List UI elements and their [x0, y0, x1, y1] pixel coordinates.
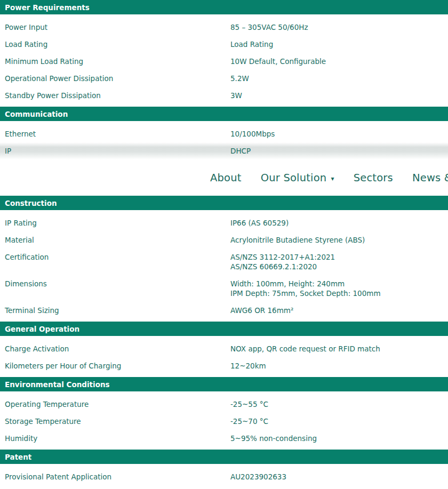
spec-value: 3W	[230, 91, 448, 100]
spec-page: Power Requirements Power Input 85 – 305V…	[0, 0, 448, 485]
spec-value-line: AS/NZS 60669.2.1:2020	[230, 262, 445, 271]
spec-section-general-operation: General Operation Charge Activation NOX …	[0, 322, 448, 374]
spec-value: 10/100Mbps	[230, 129, 448, 139]
table-row: IP Rating IP66 (AS 60529)	[0, 214, 448, 231]
spec-label: Storage Temperature	[0, 416, 230, 426]
table-row: Ethernet 10/100Mbps	[0, 125, 448, 142]
section-header: Construction	[0, 196, 448, 210]
spec-value-line: 12~20km	[230, 361, 445, 371]
spec-label: Charge Activation	[0, 344, 230, 354]
table-row: Operating Temperature -25~55 °C	[0, 396, 448, 413]
section-header: Communication	[0, 107, 448, 121]
spec-label: Power Input	[0, 22, 230, 32]
nav-menu: About Our Solution ▾ Sectors News & P	[210, 172, 448, 184]
spec-value: AWG6 OR 16mm²	[230, 306, 448, 315]
spec-label: Standby Power Dissipation	[0, 91, 230, 100]
section-title: Construction	[5, 199, 57, 207]
spec-label: Minimum Load Rating	[0, 57, 230, 66]
spec-value: -25~55 °C	[230, 399, 448, 409]
table-row: Load Rating Load Rating	[0, 36, 448, 53]
spec-value: 5.2W	[230, 74, 448, 83]
spec-value-line: 5~95% non-condensing	[230, 434, 445, 443]
section-rows: Provisional Patent Application AU2023902…	[0, 464, 448, 485]
spec-label: Certification	[0, 252, 230, 262]
section-header: Power Requirements	[0, 0, 448, 14]
spec-label: Terminal Sizing	[0, 306, 230, 315]
spec-value-line: DHCP	[230, 146, 445, 156]
spec-label: Operational Power Dissipation	[0, 74, 230, 83]
section-header: Patent	[0, 450, 448, 464]
spec-value-line: 3W	[230, 91, 445, 100]
spec-value: 12~20km	[230, 361, 448, 371]
section-rows: Charge Activation NOX app, QR code reque…	[0, 336, 448, 374]
spec-value-line: -25~70 °C	[230, 416, 445, 426]
spec-label: IP Rating	[0, 218, 230, 228]
navbar: About Our Solution ▾ Sectors News & P	[0, 159, 448, 196]
section-rows: Ethernet 10/100Mbps IP DHCP	[0, 121, 448, 159]
table-row: Standby Power Dissipation 3W	[0, 87, 448, 104]
spec-section-environmental-conditions: Environmental Conditions Operating Tempe…	[0, 377, 448, 447]
table-row: Kilometers per Hour of Charging 12~20km	[0, 357, 448, 374]
spec-label: Provisional Patent Application	[0, 472, 230, 482]
table-row: Terminal Sizing AWG6 OR 16mm²	[0, 302, 448, 319]
spec-value: 85 – 305VAC 50/60Hz	[230, 22, 448, 32]
spec-value-line: Acrylonitrile Butadiene Styrene (ABS)	[230, 235, 445, 245]
spec-value: 10W Default, Configurable	[230, 57, 448, 66]
table-row: Charge Activation NOX app, QR code reque…	[0, 340, 448, 357]
spec-table-bottom: Construction IP Rating IP66 (AS 60529) M…	[0, 196, 448, 485]
table-row: Minimum Load Rating 10W Default, Configu…	[0, 53, 448, 70]
spec-section-power-requirements: Power Requirements Power Input 85 – 305V…	[0, 0, 448, 104]
nav-item-news-p[interactable]: News & P	[412, 172, 448, 184]
spec-value-line: IP66 (AS 60529)	[230, 218, 445, 228]
spec-value-line: 10/100Mbps	[230, 129, 445, 139]
spec-label: Ethernet	[0, 129, 230, 139]
spec-label: Dimensions	[0, 279, 230, 288]
spec-value: Load Rating	[230, 39, 448, 49]
spec-value-line: NOX app, QR code request or RFID match	[230, 344, 445, 354]
section-title: Environmental Conditions	[5, 380, 110, 389]
spec-label: Operating Temperature	[0, 399, 230, 409]
table-row: Certification AS/NZS 3112-2017+A1:2021AS…	[0, 248, 448, 275]
spec-table-top: Power Requirements Power Input 85 – 305V…	[0, 0, 448, 159]
spec-label: Humidity	[0, 434, 230, 443]
section-title: Communication	[5, 110, 68, 118]
section-rows: Operating Temperature -25~55 °C Storage …	[0, 391, 448, 447]
spec-value-line: -25~55 °C	[230, 399, 445, 409]
nav-item-label: About	[210, 172, 242, 184]
section-header: General Operation	[0, 322, 448, 336]
spec-value: DHCP	[230, 146, 448, 156]
spec-value: NOX app, QR code request or RFID match	[230, 344, 448, 354]
spec-label: Material	[0, 235, 230, 245]
nav-item-label: Sectors	[354, 172, 393, 184]
spec-label: IP	[0, 146, 230, 156]
spec-value-line: AS/NZS 3112-2017+A1:2021	[230, 252, 445, 262]
nav-item-about[interactable]: About	[210, 172, 242, 184]
table-row: Power Input 85 – 305VAC 50/60Hz	[0, 19, 448, 36]
spec-section-communication: Communication Ethernet 10/100Mbps IP DHC…	[0, 107, 448, 159]
nav-item-our-solution[interactable]: Our Solution ▾	[261, 172, 334, 184]
spec-value-line: 85 – 305VAC 50/60Hz	[230, 22, 445, 32]
table-row: Dimensions Width: 100mm, Height: 240mmIP…	[0, 275, 448, 302]
nav-item-label: Our Solution	[261, 172, 327, 184]
spec-value-line: 10W Default, Configurable	[230, 57, 445, 66]
spec-value-line: AWG6 OR 16mm²	[230, 306, 445, 315]
section-title: Power Requirements	[5, 3, 90, 12]
spec-value: -25~70 °C	[230, 416, 448, 426]
spec-value: AS/NZS 3112-2017+A1:2021AS/NZS 60669.2.1…	[230, 252, 448, 271]
spec-value: AU2023902633	[230, 472, 448, 482]
nav-item-sectors[interactable]: Sectors	[354, 172, 393, 184]
spec-section-construction: Construction IP Rating IP66 (AS 60529) M…	[0, 196, 448, 319]
table-row: Provisional Patent Application AU2023902…	[0, 468, 448, 485]
spec-value: Acrylonitrile Butadiene Styrene (ABS)	[230, 235, 448, 245]
spec-value-line: 5.2W	[230, 74, 445, 83]
spec-value: Width: 100mm, Height: 240mmIPM Depth: 75…	[230, 279, 448, 298]
spec-value-line: Load Rating	[230, 39, 445, 49]
chevron-down-icon: ▾	[331, 174, 334, 182]
section-header: Environmental Conditions	[0, 377, 448, 391]
table-row: Humidity 5~95% non-condensing	[0, 430, 448, 447]
spec-value-line: IPM Depth: 75mm, Socket Depth: 100mm	[230, 288, 445, 298]
table-row: Operational Power Dissipation 5.2W	[0, 70, 448, 87]
table-row: IP DHCP	[0, 142, 448, 159]
spec-label: Load Rating	[0, 39, 230, 49]
spec-value: IP66 (AS 60529)	[230, 218, 448, 228]
